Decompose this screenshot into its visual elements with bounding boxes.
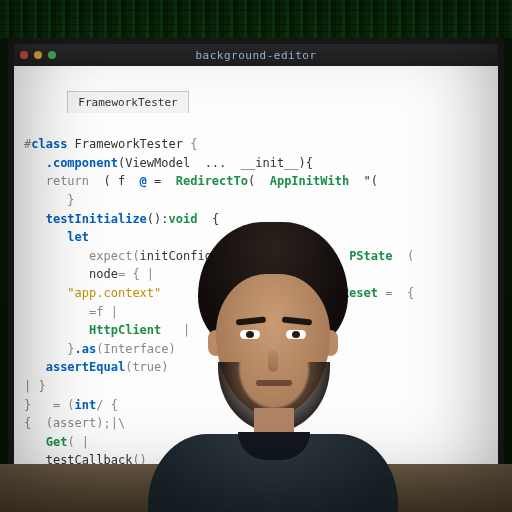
pcb-background-strip [0, 0, 512, 38]
code-line: } [24, 191, 488, 210]
person-mouth [256, 380, 292, 386]
person-foreground [120, 212, 420, 512]
window-dot-close [20, 51, 28, 59]
code-line: return ( f @ = RedirectTo( AppInitWith "… [24, 172, 488, 191]
person-eye-right [286, 330, 306, 339]
editor-tab: FrameworkTester [67, 91, 188, 113]
code-line: #class FrameworkTester { [24, 135, 488, 154]
scene: background-editor FrameworkTester #class… [0, 0, 512, 512]
person-eye-left [240, 330, 260, 339]
window-titlebar: background-editor [14, 44, 498, 66]
window-dot-max [48, 51, 56, 59]
code-line: .component(ViewModel ... __init__){ [24, 154, 488, 173]
window-dot-min [34, 51, 42, 59]
window-title: background-editor [62, 49, 450, 62]
